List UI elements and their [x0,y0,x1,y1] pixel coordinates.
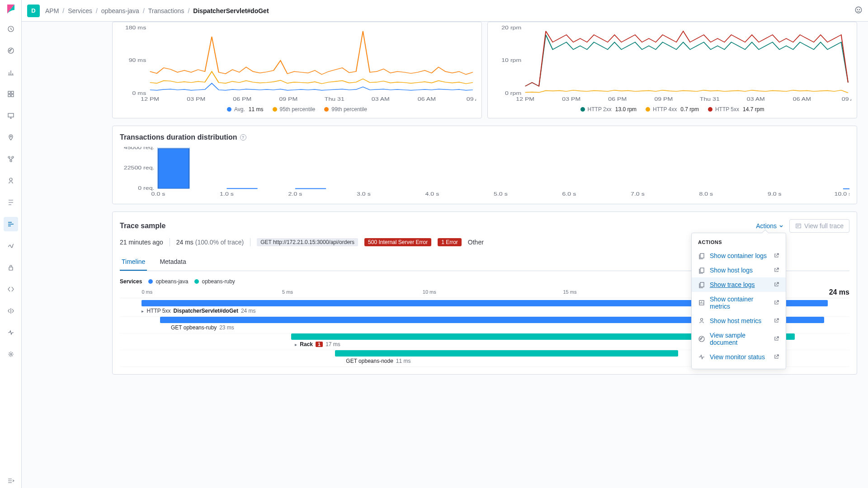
external-link-icon [774,267,779,274]
kibana-logo-icon[interactable] [5,4,16,14]
popup-item[interactable]: View sample document [692,328,786,350]
rpm-chart: 0 rpm10 rpm20 rpm12 PM03 PM06 PM09 PMThu… [493,26,851,103]
svg-text:180 ms: 180 ms [125,26,146,30]
recent-icon[interactable] [4,22,18,36]
popup-item[interactable]: Show host logs [692,263,786,277]
svg-text:10.0 s: 10.0 s [835,192,849,197]
trace-duration: 24 ms (100.0% of trace) [176,239,244,246]
tab-timeline[interactable]: Timeline [120,253,147,271]
duration-chart-panel: 0 ms90 ms180 ms12 PM03 PM06 PM09 PMThu 3… [112,22,482,118]
svg-rect-3 [11,91,14,94]
legend-item[interactable]: HTTP 5xx14.7 rpm [708,106,764,113]
maps-icon[interactable] [4,130,18,145]
chevron-down-icon [778,223,784,229]
svg-text:03 PM: 03 PM [562,97,580,102]
metrics-icon[interactable] [4,174,18,188]
breadcrumb-apm[interactable]: APM [45,7,59,14]
siem-icon[interactable] [4,260,18,275]
distribution-panel: Transactions duration distribution ? 0 r… [112,126,857,204]
external-link-icon [774,281,779,288]
svg-rect-57 [843,188,849,189]
help-icon[interactable]: ? [240,134,246,141]
apm-icon[interactable] [4,217,18,231]
visualize-icon[interactable] [4,65,18,80]
feedback-icon[interactable] [854,6,863,15]
svg-rect-6 [8,113,14,117]
space-badge[interactable]: D [27,5,40,17]
svg-text:9.0 s: 9.0 s [768,192,782,197]
rpm-chart-panel: 0 rpm10 rpm20 rpm12 PM03 PM06 PM09 PMThu… [487,22,857,118]
rpm-legend: HTTP 2xx13.0 rpmHTTP 4xx0.7 rpmHTTP 5xx1… [493,106,851,113]
tab-metadata[interactable]: Metadata [158,253,188,271]
svg-rect-56 [295,188,326,189]
popup-item-icon [698,267,705,274]
svg-rect-4 [8,94,10,97]
legend-item[interactable]: HTTP 2xx13.0 rpm [580,106,637,113]
logs-icon[interactable] [4,195,18,210]
discover-icon[interactable] [4,43,18,58]
svg-text:09 PM: 09 PM [279,97,297,102]
svg-text:4.0 s: 4.0 s [425,192,439,197]
svg-text:0 req.: 0 req. [138,186,154,191]
monitor-icon[interactable] [4,325,18,340]
svg-text:6.0 s: 6.0 s [562,192,576,197]
legend-item[interactable]: Avg.11 ms [227,106,263,113]
trace-age: 21 minutes ago [120,239,163,246]
legend-item[interactable]: 95th percentile [273,106,316,113]
service-legend-item: opbeans-java [148,278,188,285]
popup-item-icon [698,281,705,288]
svg-rect-55 [226,188,257,189]
svg-text:1.0 s: 1.0 s [220,192,234,197]
view-full-trace-button[interactable]: View full trace [789,219,849,233]
topbar: D APM / Services / opbeans-java / Transa… [22,0,868,22]
dev-tools-icon[interactable] [4,282,18,296]
left-nav-sidebar [0,0,22,488]
canvas-icon[interactable] [4,108,18,123]
breadcrumbs: APM / Services / opbeans-java / Transact… [45,7,269,14]
status-badge: 500 Internal Server Error [364,238,431,246]
external-link-icon [774,299,779,306]
svg-point-14 [855,7,862,13]
uptime-icon[interactable] [4,239,18,253]
ml-icon[interactable] [4,152,18,166]
popup-item-icon [698,353,705,361]
stack-icon[interactable] [4,304,18,318]
distribution-chart[interactable]: 0 req.22500 req.45000 req.0.0 s1.0 s2.0 … [120,147,849,197]
legend-item[interactable]: 99th percentile [324,106,367,113]
collapse-icon[interactable] [4,474,18,488]
breadcrumb-service-name[interactable]: opbeans-java [101,7,139,14]
popup-item[interactable]: Show container metrics [692,292,786,314]
svg-point-9 [12,156,14,158]
svg-text:0 rpm: 0 rpm [505,91,521,96]
external-link-icon [774,335,779,343]
svg-text:8.0 s: 8.0 s [699,192,713,197]
svg-text:12 PM: 12 PM [516,97,534,102]
popup-item-icon [698,299,705,306]
trace-icon [795,223,802,229]
dashboard-icon[interactable] [4,87,18,101]
waterfall-total: 24 ms [829,288,849,296]
breadcrumb-services[interactable]: Services [68,7,92,14]
svg-text:3.0 s: 3.0 s [357,192,371,197]
external-link-icon [774,353,779,361]
svg-text:7.0 s: 7.0 s [631,192,645,197]
popup-item[interactable]: Show container logs [692,249,786,263]
popup-item[interactable]: Show trace logs [692,277,786,292]
management-icon[interactable] [4,347,18,361]
svg-point-8 [8,156,10,158]
svg-text:0.0 s: 0.0 s [151,192,165,197]
svg-rect-59 [700,253,704,258]
expand-icon[interactable]: ▸ [295,342,297,347]
svg-text:Thu 31: Thu 31 [325,97,344,102]
breadcrumb-transactions[interactable]: Transactions [148,7,184,14]
svg-text:06 AM: 06 AM [418,97,436,102]
svg-text:Thu 31: Thu 31 [700,97,720,102]
actions-button[interactable]: Actions [756,222,784,230]
popup-item[interactable]: View monitor status [692,350,786,364]
duration-chart: 0 ms90 ms180 ms12 PM03 PM06 PM09 PMThu 3… [118,26,476,103]
legend-item[interactable]: HTTP 4xx0.7 rpm [646,106,699,113]
svg-text:22500 req.: 22500 req. [124,165,155,170]
expand-icon[interactable]: ▸ [142,309,144,314]
svg-text:09 PM: 09 PM [654,97,673,102]
popup-item[interactable]: Show host metrics [692,314,786,328]
